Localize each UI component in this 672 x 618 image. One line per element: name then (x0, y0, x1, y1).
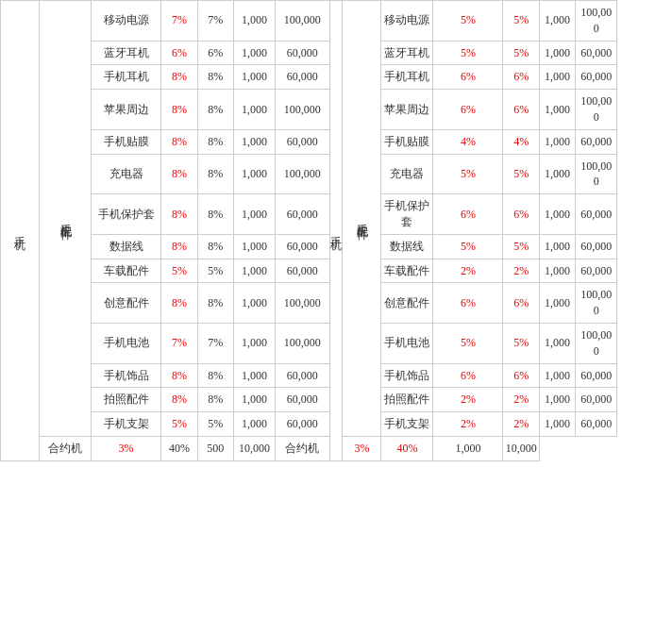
right-product-name: 合约机 (275, 436, 329, 460)
left-rate2: 7% (197, 323, 233, 363)
left-product-name: 手机饰品 (92, 363, 161, 388)
right-amount: 100,000 (576, 154, 617, 194)
right-rate1: 6% (433, 283, 503, 324)
left-qty: 1,000 (234, 412, 276, 437)
right-qty: 1,000 (539, 129, 575, 154)
right-rate2: 6% (503, 194, 539, 235)
right-rate1: 5% (433, 234, 503, 259)
left-product-name: 移动电源 (92, 1, 161, 42)
left-product-name: 苹果周边 (92, 90, 161, 130)
left-product-name: 手机支架 (92, 412, 161, 437)
left-rate2: 8% (197, 283, 233, 324)
right-rate1: 2% (433, 412, 503, 437)
left-qty: 1,000 (234, 90, 276, 130)
left-category1: 手机 (1, 1, 40, 461)
right-rate2: 2% (503, 412, 539, 437)
main-container: 手机手机配件移动电源7%7%1,000100,000手机手机配件移动电源5%5%… (0, 0, 672, 461)
left-rate2: 8% (197, 234, 233, 259)
right-rate2: 6% (503, 90, 539, 130)
left-product-name: 手机耳机 (92, 65, 161, 90)
left-amount: 60,000 (275, 194, 329, 235)
right-amount: 60,000 (576, 412, 617, 437)
left-qty: 500 (197, 436, 233, 460)
left-amount: 60,000 (275, 259, 329, 283)
right-qty: 1,000 (539, 412, 575, 437)
left-rate1: 7% (161, 1, 197, 42)
right-amount: 10,000 (503, 436, 539, 460)
left-rate2: 8% (197, 90, 233, 130)
left-qty: 1,000 (234, 259, 276, 283)
right-amount: 60,000 (576, 259, 617, 283)
left-rate1: 7% (161, 323, 197, 363)
left-amount: 60,000 (275, 234, 329, 259)
right-amount: 60,000 (576, 41, 617, 65)
left-qty: 1,000 (234, 65, 276, 90)
left-rate2: 8% (197, 363, 233, 388)
left-product-name: 拍照配件 (92, 388, 161, 412)
left-product-name: 数据线 (92, 234, 161, 259)
left-qty: 1,000 (234, 388, 276, 412)
data-table: 手机手机配件移动电源7%7%1,000100,000手机手机配件移动电源5%5%… (0, 0, 672, 461)
left-qty: 1,000 (234, 323, 276, 363)
left-product-name: 充电器 (92, 154, 161, 194)
right-rate2: 5% (503, 154, 539, 194)
right-product-name: 手机饰品 (381, 363, 433, 388)
left-product-name: 合约机 (40, 436, 92, 460)
left-rate2: 40% (161, 436, 197, 460)
right-rate1: 6% (433, 65, 503, 90)
left-amount: 60,000 (275, 65, 329, 90)
right-amount: 60,000 (576, 234, 617, 259)
left-product-name: 车载配件 (92, 259, 161, 283)
right-amount: 60,000 (576, 194, 617, 235)
left-qty: 1,000 (234, 234, 276, 259)
right-rate2: 5% (503, 41, 539, 65)
left-amount: 60,000 (275, 412, 329, 437)
right-product-name: 移动电源 (381, 1, 433, 42)
right-rate2: 6% (503, 363, 539, 388)
right-amount: 60,000 (576, 363, 617, 388)
left-amount: 100,000 (275, 1, 329, 42)
left-rate2: 5% (197, 259, 233, 283)
left-amount: 60,000 (275, 388, 329, 412)
right-rate2: 4% (503, 129, 539, 154)
right-qty: 1,000 (539, 1, 575, 42)
right-amount: 100,000 (576, 1, 617, 42)
right-qty: 1,000 (539, 65, 575, 90)
right-qty: 1,000 (433, 436, 503, 460)
left-rate2: 5% (197, 412, 233, 437)
right-rate1: 5% (433, 154, 503, 194)
left-rate1: 8% (161, 129, 197, 154)
right-qty: 1,000 (539, 234, 575, 259)
left-product-name: 手机电池 (92, 323, 161, 363)
left-qty: 1,000 (234, 194, 276, 235)
left-rate2: 8% (197, 129, 233, 154)
right-rate2: 6% (503, 65, 539, 90)
right-qty: 1,000 (539, 323, 575, 363)
right-category2: 手机配件 (343, 1, 381, 437)
left-rate1: 8% (161, 65, 197, 90)
left-rate1: 8% (161, 283, 197, 324)
left-amount: 10,000 (234, 436, 276, 460)
left-rate1: 8% (161, 154, 197, 194)
right-amount: 100,000 (576, 90, 617, 130)
right-product-name: 数据线 (381, 234, 433, 259)
left-rate1: 8% (161, 363, 197, 388)
right-product-name: 苹果周边 (381, 90, 433, 130)
right-rate1: 5% (433, 323, 503, 363)
right-rate2: 5% (503, 323, 539, 363)
left-amount: 60,000 (275, 129, 329, 154)
right-qty: 1,000 (539, 41, 575, 65)
right-qty: 1,000 (539, 90, 575, 130)
right-product-name: 创意配件 (381, 283, 433, 324)
right-amount: 100,000 (576, 323, 617, 363)
right-qty: 1,000 (539, 283, 575, 324)
right-rate2: 6% (503, 283, 539, 324)
right-product-name: 手机电池 (381, 323, 433, 363)
right-amount: 60,000 (576, 129, 617, 154)
right-rate1: 3% (343, 436, 381, 460)
left-rate1: 3% (92, 436, 161, 460)
left-rate1: 5% (161, 412, 197, 437)
left-rate1: 8% (161, 90, 197, 130)
left-rate1: 8% (161, 194, 197, 235)
right-rate2: 2% (503, 259, 539, 283)
